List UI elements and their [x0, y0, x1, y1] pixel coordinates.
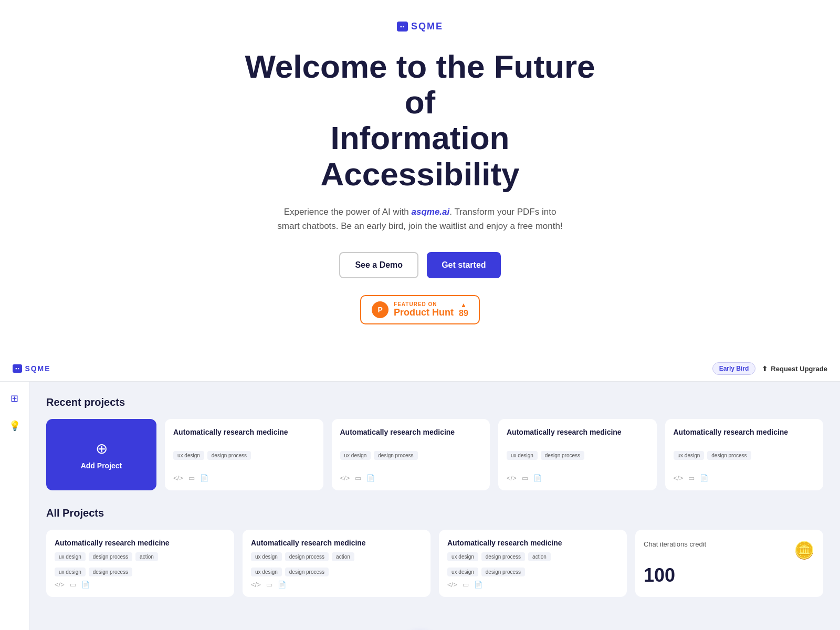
- tag: design process: [707, 451, 751, 460]
- add-project-card[interactable]: ⊕ Add Project: [46, 419, 156, 490]
- image-icon[interactable]: ▭: [463, 581, 469, 589]
- code-icon[interactable]: </>: [340, 474, 350, 482]
- image-icon[interactable]: ▭: [70, 581, 76, 589]
- credit-header: Chat iterations credit 🪙: [644, 540, 815, 560]
- upgrade-icon: ⬆: [762, 365, 768, 373]
- tag: ux design: [674, 451, 705, 460]
- credit-card: Chat iterations credit 🪙 100: [635, 530, 823, 597]
- sidebar-grid-icon[interactable]: ⊞: [6, 390, 23, 407]
- hero-link[interactable]: asqme.ai: [411, 207, 449, 217]
- coins-icon: 🪙: [794, 540, 815, 560]
- project-title-4: Automatically research medicine: [674, 427, 815, 437]
- sidebar-light-icon[interactable]: 💡: [6, 417, 23, 434]
- tag: design process: [374, 451, 417, 460]
- all-project-card-2[interactable]: Automatically research medicine ux desig…: [243, 530, 430, 597]
- file-icon[interactable]: 📄: [81, 581, 90, 589]
- add-icon: ⊕: [96, 440, 108, 457]
- code-icon[interactable]: </>: [447, 581, 457, 589]
- file-icon[interactable]: 📄: [200, 474, 208, 482]
- all-project-title-1: Automatically research medicine: [55, 538, 226, 548]
- recent-project-card-4[interactable]: Automatically research medicine ux desig…: [665, 419, 824, 490]
- hero-section: ▪▪ SQME Welcome to the Future of Informa…: [0, 0, 840, 356]
- all-project-title-2: Automatically research medicine: [251, 538, 422, 548]
- file-icon[interactable]: 📄: [533, 474, 542, 482]
- all-tags-row1-3: ux design design process action: [447, 552, 618, 561]
- all-projects-grid: Automatically research medicine ux desig…: [46, 530, 823, 597]
- app-section: ▪▪ SQME Early Bird ⬆ Request Upgrade ⊞ 💡…: [0, 356, 840, 630]
- project-title-1: Automatically research medicine: [173, 427, 315, 437]
- ph-icon: P: [372, 301, 388, 318]
- ph-featured-label: FEATURED ON: [394, 301, 437, 307]
- project-actions-3: </> ▭ 📄: [507, 474, 648, 482]
- project-title-2: Automatically research medicine: [340, 427, 482, 437]
- tag: ux design: [447, 568, 478, 576]
- hero-logo-text: SQME: [411, 21, 443, 32]
- tag: ux design: [173, 451, 204, 460]
- tag: ux design: [507, 451, 538, 460]
- all-tags-row2-3: ux design design process: [447, 568, 618, 576]
- early-bird-badge: Early Bird: [712, 362, 756, 375]
- code-icon[interactable]: </>: [674, 474, 684, 482]
- tag: design process: [481, 552, 525, 561]
- project-tags-2: ux design design process: [340, 451, 482, 460]
- tag: design process: [541, 451, 584, 460]
- project-actions-1: </> ▭ 📄: [173, 474, 315, 482]
- recent-project-card-1[interactable]: Automatically research medicine ux desig…: [165, 419, 323, 490]
- image-icon[interactable]: ▭: [522, 474, 528, 482]
- project-actions-2: </> ▭ 📄: [340, 474, 482, 482]
- all-projects-title: All Projects: [46, 507, 823, 519]
- image-icon[interactable]: ▭: [266, 581, 272, 589]
- recent-projects-title: Recent projects: [46, 396, 823, 408]
- image-icon[interactable]: ▭: [355, 474, 361, 482]
- tag: design process: [285, 568, 329, 576]
- code-icon[interactable]: </>: [251, 581, 261, 589]
- file-icon[interactable]: 📄: [278, 581, 286, 589]
- upgrade-label: Request Upgrade: [771, 365, 827, 373]
- ph-name-label: Product Hunt: [394, 307, 454, 318]
- recent-project-card-3[interactable]: Automatically research medicine ux desig…: [498, 419, 657, 490]
- all-project-actions-2: </> ▭ 📄: [251, 581, 422, 589]
- file-icon[interactable]: 📄: [700, 474, 708, 482]
- file-icon[interactable]: 📄: [474, 581, 482, 589]
- project-tags-3: ux design design process: [507, 451, 648, 460]
- ph-arrow-icon: ▲: [460, 301, 467, 309]
- code-icon[interactable]: </>: [173, 474, 183, 482]
- add-project-label: Add Project: [81, 461, 122, 470]
- all-project-card-1[interactable]: Automatically research medicine ux desig…: [46, 530, 234, 597]
- recent-projects-grid: ⊕ Add Project Automatically research med…: [46, 419, 823, 490]
- tag: ux design: [55, 552, 86, 561]
- recent-project-card-2[interactable]: Automatically research medicine ux desig…: [332, 419, 490, 490]
- request-upgrade-button[interactable]: ⬆ Request Upgrade: [762, 365, 827, 373]
- tag: action: [135, 552, 158, 561]
- project-tags-1: ux design design process: [173, 451, 315, 460]
- all-project-card-3[interactable]: Automatically research medicine ux desig…: [439, 530, 627, 597]
- product-hunt-badge[interactable]: P FEATURED ON Product Hunt ▲ 89: [360, 295, 480, 324]
- code-icon[interactable]: </>: [507, 474, 517, 482]
- image-icon[interactable]: ▭: [188, 474, 195, 482]
- tag: ux design: [251, 552, 282, 561]
- tag: design process: [285, 552, 329, 561]
- hero-title: Welcome to the Future of Information Acc…: [236, 49, 604, 192]
- all-project-actions-3: </> ▭ 📄: [447, 581, 618, 589]
- tag: design process: [207, 451, 251, 460]
- project-actions-4: </> ▭ 📄: [674, 474, 815, 482]
- app-header-right: Early Bird ⬆ Request Upgrade: [712, 362, 827, 375]
- demo-button[interactable]: See a Demo: [339, 252, 418, 278]
- tag: ux design: [251, 568, 282, 576]
- app-header: ▪▪ SQME Early Bird ⬆ Request Upgrade: [0, 356, 840, 382]
- get-started-button[interactable]: Get started: [427, 252, 500, 278]
- file-icon[interactable]: 📄: [366, 474, 375, 482]
- hero-subtitle: Experience the power of AI with asqme.ai…: [273, 205, 567, 233]
- tag: ux design: [447, 552, 478, 561]
- tag: design process: [89, 552, 132, 561]
- all-tags-row2-1: ux design design process: [55, 568, 226, 576]
- app-layout: ⊞ 💡 Recent projects ⊕ Add Project Automa…: [0, 382, 840, 630]
- hero-logo: ▪▪ SQME: [397, 21, 443, 32]
- code-icon[interactable]: </>: [55, 581, 65, 589]
- ph-vote-count: 89: [459, 309, 468, 318]
- all-project-actions-1: </> ▭ 📄: [55, 581, 226, 589]
- image-icon[interactable]: ▭: [688, 474, 695, 482]
- ph-text: FEATURED ON Product Hunt: [394, 301, 454, 318]
- all-tags-row2-2: ux design design process: [251, 568, 422, 576]
- credit-number: 100: [644, 564, 815, 586]
